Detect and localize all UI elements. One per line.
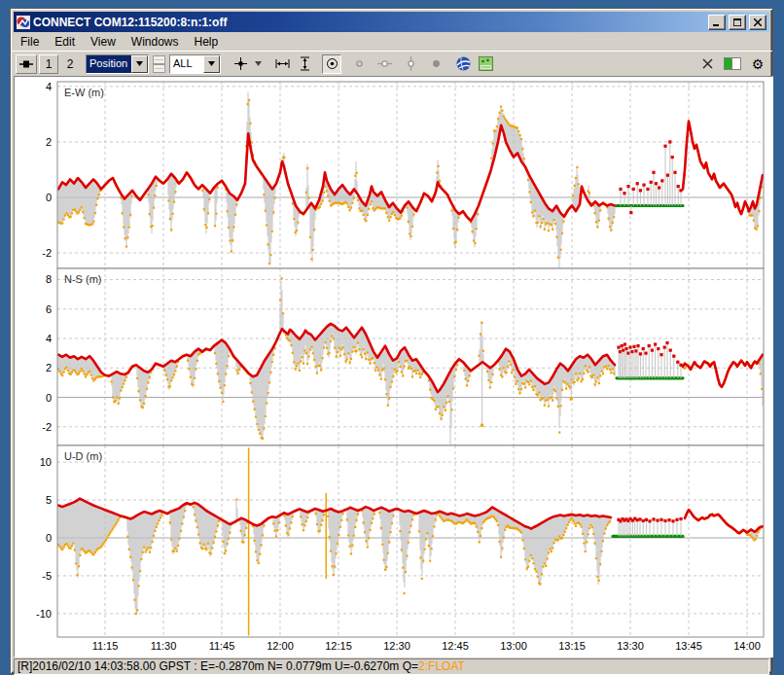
- svg-text:0: 0: [46, 392, 52, 404]
- svg-text:6: 6: [46, 303, 52, 315]
- app-window: CONNECT COM12:115200:8:n:1:off File Edit…: [10, 8, 773, 674]
- app-icon: [17, 16, 30, 29]
- svg-text:11:15: 11:15: [92, 640, 119, 652]
- svg-text:8: 8: [46, 273, 52, 285]
- svg-text:12:15: 12:15: [325, 640, 352, 652]
- range-dropdown-button[interactable]: [252, 54, 265, 74]
- track-vertical-button[interactable]: [401, 54, 420, 74]
- clear-button[interactable]: [697, 54, 717, 74]
- center-cursor-button[interactable]: [231, 54, 250, 74]
- svg-text:13:00: 13:00: [500, 640, 527, 652]
- chevron-down-icon[interactable]: [131, 55, 148, 73]
- solution-2-button[interactable]: 2: [60, 54, 80, 74]
- satellite-filter-select[interactable]: ALL: [169, 54, 221, 74]
- plot-client-area: 420-2E-W (m)86420-2N-S (m)1050-5-10U-D (…: [14, 76, 773, 657]
- menu-file[interactable]: File: [13, 33, 47, 51]
- svg-text:4: 4: [46, 333, 52, 344]
- google-earth-button[interactable]: [453, 54, 474, 74]
- satellite-filter-value: ALL: [170, 55, 203, 73]
- fit-vertical-button[interactable]: [295, 54, 314, 74]
- google-earth-icon: [456, 56, 471, 71]
- connect-icon: [19, 59, 33, 69]
- fit-horizontal-icon: [275, 59, 290, 68]
- plot-type-value: Position: [87, 55, 131, 73]
- menu-bar: File Edit View Windows Help: [11, 32, 772, 51]
- svg-text:5: 5: [46, 494, 52, 506]
- title-bar[interactable]: CONNECT COM12:115200:8:n:1:off: [14, 12, 769, 32]
- menu-windows[interactable]: Windows: [124, 33, 187, 51]
- toolbar: 1 2 Position ALL: [11, 51, 772, 76]
- point-h-icon: [377, 59, 392, 68]
- map-view-button[interactable]: [476, 54, 496, 74]
- chevron-down-icon[interactable]: [203, 55, 220, 73]
- gear-icon: ⚙: [752, 57, 765, 71]
- maximize-button[interactable]: [729, 15, 746, 30]
- svg-text:0: 0: [46, 532, 52, 544]
- clear-icon: [702, 58, 713, 69]
- position-plots[interactable]: 420-2E-W (m)86420-2N-S (m)1050-5-10U-D (…: [15, 77, 772, 657]
- options-button[interactable]: ⚙: [748, 54, 767, 74]
- svg-text:-2: -2: [42, 421, 52, 433]
- track-horizontal-button[interactable]: [374, 54, 395, 74]
- svg-text:13:30: 13:30: [617, 640, 644, 652]
- split-layout-icon[interactable]: [153, 55, 165, 73]
- map-icon: [479, 56, 493, 71]
- menu-edit[interactable]: Edit: [47, 33, 83, 51]
- svg-text:2: 2: [46, 136, 52, 148]
- point-v-icon: [407, 56, 415, 71]
- buffer-indicator: [724, 57, 741, 70]
- center-origin-icon: [326, 57, 339, 70]
- svg-text:E-W (m): E-W (m): [64, 87, 104, 98]
- track-point-button[interactable]: [349, 54, 369, 74]
- menu-help[interactable]: Help: [187, 33, 227, 51]
- window-title: CONNECT COM12:115200:8:n:1:off: [33, 16, 705, 29]
- close-button[interactable]: [749, 15, 766, 30]
- crosshair-icon: [234, 57, 247, 70]
- point-filled-icon: [432, 59, 441, 68]
- svg-text:12:00: 12:00: [267, 640, 294, 652]
- track-filled-button[interactable]: [426, 54, 445, 74]
- svg-text:2: 2: [46, 362, 52, 373]
- svg-text:14:00: 14:00: [733, 640, 761, 652]
- svg-text:11:45: 11:45: [209, 640, 235, 652]
- center-origin-toggle[interactable]: [322, 54, 341, 74]
- svg-text:12:45: 12:45: [442, 640, 469, 652]
- fit-horizontal-button[interactable]: [272, 54, 293, 74]
- svg-text:-2: -2: [42, 247, 52, 259]
- svg-text:11:30: 11:30: [151, 640, 177, 652]
- svg-text:N-S (m): N-S (m): [64, 273, 102, 285]
- solution-1-button[interactable]: 1: [39, 54, 58, 74]
- buffer-cell-active: [725, 58, 732, 69]
- svg-text:0: 0: [46, 192, 52, 203]
- status-field: [R]2016/02/10 14:03:58.00 GPST : E=-0.28…: [14, 658, 769, 675]
- svg-text:-5: -5: [42, 570, 52, 582]
- dropdown-arrow-icon: [255, 61, 262, 66]
- status-bar: [R]2016/02/10 14:03:58.00 GPST : E=-0.28…: [14, 657, 769, 675]
- plot-type-select[interactable]: Position: [86, 54, 149, 74]
- svg-text:13:15: 13:15: [558, 640, 586, 652]
- svg-text:U-D (m): U-D (m): [64, 450, 102, 462]
- status-quality-badge: 2:FLOAT: [418, 659, 465, 673]
- desktop-background: CONNECT COM12:115200:8:n:1:off File Edit…: [0, 0, 784, 675]
- menu-view[interactable]: View: [83, 33, 124, 51]
- svg-text:-10: -10: [36, 608, 52, 620]
- svg-text:12:30: 12:30: [383, 640, 410, 652]
- point-icon: [355, 59, 364, 68]
- svg-text:13:45: 13:45: [675, 640, 702, 652]
- buffer-cell-empty: [732, 58, 740, 69]
- fit-vertical-icon: [301, 56, 309, 71]
- connect-button[interactable]: [16, 54, 37, 74]
- svg-text:4: 4: [46, 81, 52, 92]
- status-solution-text: [R]2016/02/10 14:03:58.00 GPST : E=-0.28…: [18, 659, 418, 673]
- minimize-button[interactable]: [708, 15, 726, 30]
- svg-text:10: 10: [40, 456, 52, 468]
